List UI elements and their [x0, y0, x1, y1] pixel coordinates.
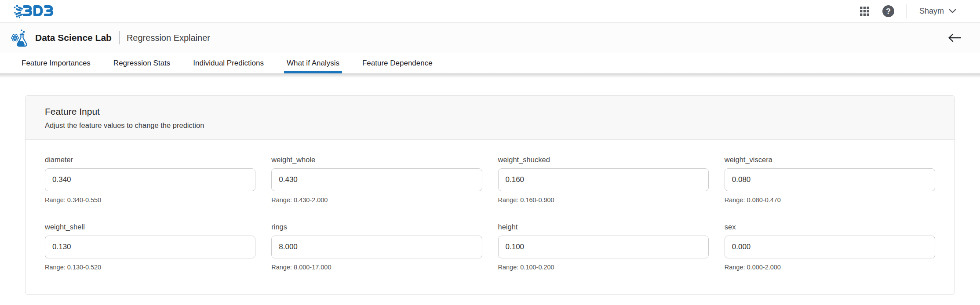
tab-feature-importances[interactable]: Feature Importances: [19, 53, 93, 73]
feature-field: height Range: 0.100-0.200: [498, 223, 709, 271]
page-title: Regression Explainer: [127, 33, 210, 43]
topbar-actions: ? Shaym: [859, 4, 956, 18]
tab-what-if-analysis[interactable]: What if Analysis: [284, 53, 342, 73]
feature-range-text: Range: 0.430-2.000: [271, 196, 482, 203]
help-icon: ?: [882, 5, 894, 17]
feature-range-text: Range: 0.080-0.470: [725, 196, 935, 203]
feature-field: weight_viscera Range: 0.080-0.470: [725, 156, 935, 203]
feature-range-text: Range: 0.100-0.200: [498, 264, 709, 271]
app-title: Data Science Lab: [35, 33, 112, 43]
feature-field: rings Range: 8.000-17.000: [271, 223, 482, 271]
feature-label: weight_viscera: [725, 156, 935, 164]
topbar: ? Shaym: [0, 0, 980, 23]
header-divider: [119, 31, 120, 44]
feature-range-text: Range: 0.000-2.000: [725, 264, 935, 271]
apps-grid-icon: [859, 6, 870, 17]
feature-field: weight_whole Range: 0.430-2.000: [271, 156, 482, 203]
feature-label: height: [498, 223, 709, 231]
feature-value-input[interactable]: [498, 168, 709, 191]
tab-feature-dependence[interactable]: Feature Dependence: [360, 53, 435, 73]
back-button[interactable]: [947, 33, 962, 43]
feature-field: weight_shucked Range: 0.160-0.900: [498, 156, 709, 203]
feature-value-input[interactable]: [498, 236, 709, 258]
feature-range-text: Range: 0.340-0.550: [45, 196, 255, 203]
feature-value-input[interactable]: [45, 236, 255, 258]
feature-label: diameter: [45, 156, 255, 164]
card-header: Feature Input Adjust the feature values …: [26, 96, 954, 140]
card-subtitle: Adjust the feature values to change the …: [45, 121, 935, 130]
feature-field: weight_shell Range: 0.130-0.520: [45, 223, 255, 271]
tab-individual-predictions[interactable]: Individual Predictions: [190, 53, 266, 73]
feature-value-input[interactable]: [271, 236, 482, 258]
arrow-left-icon: [947, 33, 962, 43]
bdb-logo[interactable]: [13, 4, 55, 19]
user-name: Shaym: [919, 7, 944, 16]
feature-label: weight_shucked: [498, 156, 709, 164]
page-header: Data Science Lab Regression Explainer: [0, 23, 980, 53]
user-menu[interactable]: Shaym: [919, 7, 956, 16]
help-button[interactable]: ?: [882, 5, 894, 17]
feature-value-input[interactable]: [725, 168, 935, 191]
feature-value-input[interactable]: [271, 168, 482, 191]
lab-flask-icon: [11, 28, 30, 47]
tabbar: Feature Importances Regression Stats Ind…: [0, 53, 980, 73]
feature-label: rings: [271, 223, 482, 231]
feature-field: sex Range: 0.000-2.000: [725, 223, 935, 271]
feature-label: sex: [725, 223, 935, 231]
feature-range-text: Range: 0.130-0.520: [45, 264, 255, 271]
feature-value-input[interactable]: [45, 168, 255, 191]
chevron-down-icon: [949, 9, 956, 14]
feature-grid: diameter Range: 0.340-0.550 weight_whole…: [26, 140, 954, 294]
feature-value-input[interactable]: [725, 236, 935, 258]
feature-range-text: Range: 8.000-17.000: [271, 264, 482, 271]
feature-range-text: Range: 0.160-0.900: [498, 196, 709, 203]
feature-label: weight_shell: [45, 223, 255, 231]
feature-input-card: Feature Input Adjust the feature values …: [25, 95, 955, 295]
tabbar-shadow: [0, 73, 980, 78]
topbar-divider: [907, 4, 907, 18]
feature-label: weight_whole: [271, 156, 482, 164]
feature-field: diameter Range: 0.340-0.550: [45, 156, 255, 203]
content: Feature Input Adjust the feature values …: [0, 78, 980, 295]
card-title: Feature Input: [45, 106, 935, 117]
tab-regression-stats[interactable]: Regression Stats: [111, 53, 173, 73]
apps-grid-button[interactable]: [859, 6, 870, 17]
